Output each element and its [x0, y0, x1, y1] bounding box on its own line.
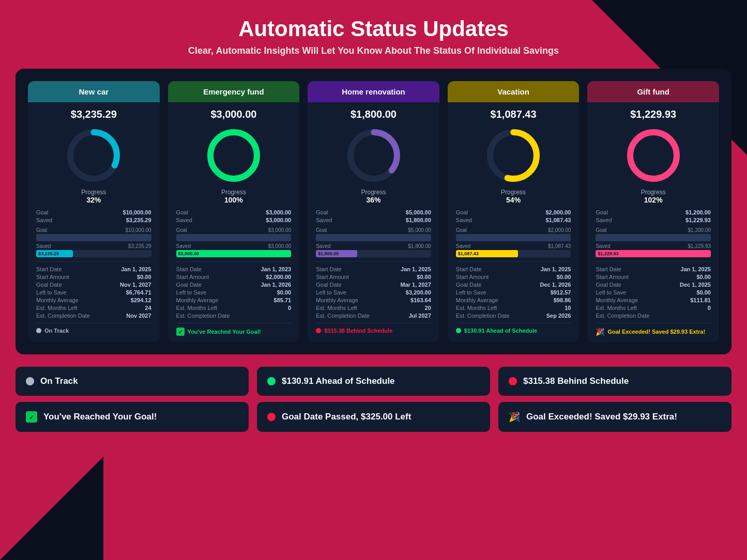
progress-pct-vacation: 54% [456, 196, 571, 204]
status-badge-vacation: $130.91 Ahead of Schedule [456, 328, 571, 334]
detail-row-new-car: Est. Completion DateNov 2027 [36, 313, 151, 319]
legend-text: You've Reached Your Goal! [43, 412, 157, 422]
status-text-gift-fund: Goal Exceeded! Saved $29.93 Extra! [607, 329, 705, 335]
progress-pct-emergency-fund: 100% [176, 196, 292, 204]
info-row-new-car: Goal$10,000.00 [36, 209, 151, 215]
card-header-gift-fund: Gift fund [587, 81, 719, 102]
legend-item: 🎉Goal Exceeded! Saved $29.93 Extra! [498, 402, 731, 432]
progress-pct-home-renovation: 36% [316, 196, 431, 204]
card-body-new-car: $3,235.29Progress32%Goal$10,000.00Saved$… [28, 102, 160, 342]
legend-text: Goal Date Passed, $325.00 Left [282, 412, 411, 422]
status-text-vacation: $130.91 Ahead of Schedule [464, 328, 537, 334]
status-badge-home-renovation: $315.38 Behind Schedule [316, 328, 431, 334]
detail-row-new-car: Start Amount$0.00 [36, 274, 151, 280]
card-amount-home-renovation: $1,800.00 [316, 108, 431, 120]
detail-row-new-car: Goal DateNov 1, 2027 [36, 282, 151, 288]
donut-gift-fund [596, 125, 711, 186]
status-badge-new-car: On Track [36, 328, 151, 334]
status-text-new-car: On Track [44, 328, 69, 334]
card-body-vacation: $1,087.43Progress54%Goal$2,000.00Saved$1… [448, 102, 580, 342]
detail-row-vacation: Est. Months Left10 [456, 305, 571, 311]
progress-pct-gift-fund: 102% [596, 196, 711, 204]
detail-row-vacation: Start DateJan 1, 2025 [456, 266, 571, 272]
svg-point-9 [630, 132, 677, 179]
legend-row: ✓You've Reached Your Goal!Goal Date Pass… [16, 402, 731, 432]
progress-label-vacation: Progress [456, 189, 571, 196]
svg-point-3 [210, 132, 257, 179]
detail-row-emergency-fund: Goal DateJan 1, 2026 [176, 282, 292, 288]
legend-text: $130.91 Ahead of Schedule [282, 376, 395, 386]
detail-row-vacation: Goal DateDec 1, 2026 [456, 282, 571, 288]
saving-card-gift-fund: Gift fund$1,229.93Progress102%Goal$1,200… [587, 81, 719, 342]
donut-emergency-fund [176, 125, 292, 186]
card-amount-vacation: $1,087.43 [456, 108, 571, 120]
info-row-gift-fund: Saved$1,229.93 [596, 217, 711, 223]
bar-section-home-renovation: Goal$5,000.00Saved$1,800.00$1,800.00 [316, 227, 431, 257]
saving-card-vacation: Vacation$1,087.43Progress54%Goal$2,000.0… [448, 81, 580, 342]
card-body-home-renovation: $1,800.00Progress36%Goal$5,000.00Saved$1… [308, 102, 439, 342]
bar-section-new-car: Goal$10,000.00Saved$3,235.29$3,235.29 [36, 227, 151, 257]
info-row-new-car: Saved$3,235.29 [36, 217, 151, 223]
page-subtitle: Clear, Automatic Insights Will Let You K… [10, 45, 737, 56]
detail-row-new-car: Left to Save$6,764.71 [36, 289, 151, 295]
cards-row: New car$3,235.29Progress32%Goal$10,000.0… [28, 81, 719, 342]
bar-section-vacation: Goal$2,000.00Saved$1,087.43$1,087.43 [456, 227, 571, 257]
detail-row-new-car: Est. Months Left24 [36, 305, 151, 311]
legend-item: $130.91 Ahead of Schedule [257, 367, 490, 396]
card-body-emergency-fund: $3,000.00Progress100%Goal$3,000.00Saved$… [168, 102, 300, 342]
card-amount-gift-fund: $1,229.93 [596, 108, 711, 120]
detail-row-emergency-fund: Start Amount$2,000.00 [176, 274, 292, 280]
detail-row-home-renovation: Est. Completion DateJul 2027 [316, 313, 431, 319]
progress-label-gift-fund: Progress [596, 189, 711, 196]
detail-row-emergency-fund: Est. Completion Date [176, 313, 292, 319]
detail-row-gift-fund: Left to Save$0.00 [596, 289, 711, 295]
saving-card-home-renovation: Home renovation$1,800.00Progress36%Goal$… [308, 81, 439, 342]
detail-row-vacation: Start Amount$0.00 [456, 274, 571, 280]
legend-item: On Track [16, 367, 249, 396]
info-row-vacation: Saved$1,087.43 [456, 217, 571, 223]
detail-row-gift-fund: Start Amount$0.00 [596, 274, 711, 280]
status-badge-gift-fund: 🎉Goal Exceeded! Saved $29.93 Extra! [596, 328, 711, 336]
detail-row-gift-fund: Est. Completion Date [596, 313, 711, 319]
detail-row-gift-fund: Goal DateDec 1, 2025 [596, 282, 711, 288]
legend-item: $315.38 Behind Schedule [498, 367, 731, 396]
legend-item: ✓You've Reached Your Goal! [16, 402, 249, 432]
page-title: Automatic Status Updates [10, 17, 737, 41]
legend-section: On Track$130.91 Ahead of Schedule$315.38… [16, 367, 731, 432]
detail-row-gift-fund: Est. Months Left0 [596, 305, 711, 311]
detail-row-home-renovation: Start DateJan 1, 2025 [316, 266, 431, 272]
bg-decoration-bottom [0, 457, 103, 560]
card-header-vacation: Vacation [448, 81, 580, 102]
saving-card-new-car: New car$3,235.29Progress32%Goal$10,000.0… [28, 81, 160, 342]
progress-label-new-car: Progress [36, 189, 151, 196]
detail-row-home-renovation: Goal DateMar 1, 2027 [316, 282, 431, 288]
detail-row-new-car: Monthly Average$294.12 [36, 297, 151, 303]
progress-label-emergency-fund: Progress [176, 189, 292, 196]
detail-row-vacation: Monthly Average$98.86 [456, 297, 571, 303]
detail-row-emergency-fund: Est. Months Left0 [176, 305, 292, 311]
card-body-gift-fund: $1,229.93Progress102%Goal$1,200.00Saved$… [587, 102, 719, 342]
status-badge-emergency-fund: ✓You've Reached Your Goal! [176, 328, 292, 336]
detail-row-home-renovation: Start Amount$0.00 [316, 274, 431, 280]
legend-text: Goal Exceeded! Saved $29.93 Extra! [526, 412, 677, 422]
donut-new-car [36, 125, 151, 186]
info-row-emergency-fund: Goal$3,000.00 [176, 209, 292, 215]
legend-text: $315.38 Behind Schedule [523, 376, 629, 386]
status-text-emergency-fund: You've Reached Your Goal! [188, 329, 261, 335]
legend-row: On Track$130.91 Ahead of Schedule$315.38… [16, 367, 731, 396]
bar-section-emergency-fund: Goal$3,000.00Saved$3,000.00$3,000.00 [176, 227, 292, 257]
donut-vacation [456, 125, 571, 186]
detail-row-gift-fund: Monthly Average$111.81 [596, 297, 711, 303]
detail-row-home-renovation: Est. Months Left20 [316, 305, 431, 311]
card-header-home-renovation: Home renovation [308, 81, 439, 102]
info-row-gift-fund: Goal$1,200.00 [596, 209, 711, 215]
info-row-home-renovation: Saved$1,800.00 [316, 217, 431, 223]
status-text-home-renovation: $315.38 Behind Schedule [324, 328, 392, 334]
progress-label-home-renovation: Progress [316, 189, 431, 196]
legend-item: Goal Date Passed, $325.00 Left [257, 402, 490, 432]
info-row-emergency-fund: Saved$3,000.00 [176, 217, 292, 223]
detail-row-gift-fund: Start DateJan 1, 2025 [596, 266, 711, 272]
progress-pct-new-car: 32% [36, 196, 151, 204]
donut-home-renovation [316, 125, 431, 186]
detail-row-new-car: Start DateJan 1, 2025 [36, 266, 151, 272]
